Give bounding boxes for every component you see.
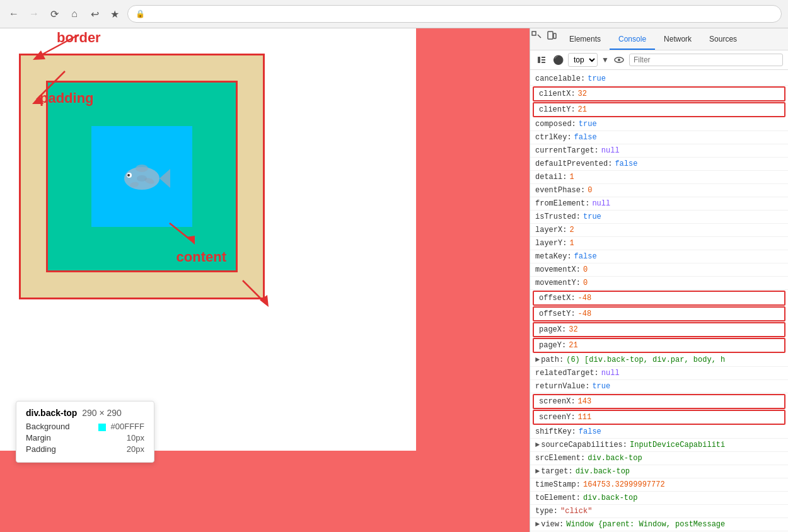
border-label: border <box>57 30 101 46</box>
tooltip-box: div.back-top 290 × 290 Background #00FFF… <box>16 401 154 463</box>
clear-console-button[interactable]: ⚫ <box>552 54 564 66</box>
console-row[interactable]: metaKey:false <box>530 250 788 263</box>
svg-marker-13 <box>186 236 195 245</box>
browser-content: border padding <box>0 28 788 532</box>
console-row[interactable]: ►sourceCapabilities:InputDeviceCapabilit… <box>530 439 788 452</box>
console-row[interactable]: eventPhase:0 <box>530 184 788 197</box>
bottom-right-arrow-svg <box>240 277 271 309</box>
svg-marker-5 <box>159 169 170 188</box>
device-toolbar-button[interactable] <box>545 30 558 42</box>
console-row[interactable]: srcElement:div.back-top <box>530 452 788 465</box>
star-button[interactable]: ★ <box>107 6 122 21</box>
console-row[interactable]: timeStamp:164753.32999997772 <box>530 478 788 492</box>
svg-point-11 <box>137 175 147 182</box>
devtools-toolbar: ⚫ top ▼ <box>530 50 788 70</box>
console-row[interactable]: composed:true <box>530 118 788 131</box>
console-row[interactable]: cancelable:true <box>530 72 788 86</box>
forward-button[interactable]: → <box>26 6 42 21</box>
console-row[interactable]: clientX:32 <box>533 86 785 101</box>
console-row[interactable]: pageY:21 <box>533 338 785 353</box>
tooltip-padding-row: Padding 20px <box>26 444 144 454</box>
tab-console[interactable]: Console <box>610 30 655 50</box>
home-button[interactable]: ⌂ <box>67 6 82 21</box>
fish-image <box>110 153 173 200</box>
console-row[interactable]: pageX:32 <box>533 322 785 337</box>
console-row[interactable]: fromElement:null <box>530 197 788 211</box>
svg-point-25 <box>618 59 620 61</box>
console-row[interactable]: ►view:Window {parent: Window, postMessag… <box>530 518 788 531</box>
svg-marker-15 <box>260 295 269 307</box>
console-row[interactable]: screenX:143 <box>533 394 785 409</box>
tab-elements[interactable]: Elements <box>560 30 610 50</box>
filter-input[interactable] <box>629 54 783 66</box>
browser-toolbar: ← → ⟳ ⌂ ↩ ★ 🔒 127.0.0.1:5500/test/test.h… <box>0 0 788 28</box>
page-area: border padding <box>0 28 530 532</box>
tooltip-margin-row: Margin 10px <box>26 433 144 442</box>
tab-sources[interactable]: Sources <box>700 30 746 50</box>
console-row[interactable]: movementY:0 <box>530 277 788 290</box>
back-button[interactable]: ← <box>6 6 21 21</box>
tooltip-background-row: Background #00FFFF <box>26 422 144 431</box>
color-swatch <box>98 424 106 431</box>
browser-chrome: ← → ⟳ ⌂ ↩ ★ 🔒 127.0.0.1:5500/test/test.h… <box>0 0 788 28</box>
console-row[interactable]: ctrlKey:false <box>530 131 788 144</box>
devtools-tabs: Elements Console Network Sources <box>530 28 788 50</box>
back-button2[interactable]: ↩ <box>87 6 102 21</box>
console-row[interactable]: clientY:21 <box>533 102 785 117</box>
svg-rect-21 <box>542 57 545 58</box>
svg-rect-18 <box>548 32 553 39</box>
console-row[interactable]: currentTarget:null <box>530 144 788 158</box>
console-row[interactable]: ►target:div.back-top <box>530 465 788 478</box>
console-row[interactable]: shiftKey:false <box>530 425 788 439</box>
console-row[interactable]: offsetY:-48 <box>533 306 785 321</box>
content-label: content <box>177 249 226 265</box>
address-bar[interactable]: 🔒 127.0.0.1:5500/test/test.html <box>127 5 782 23</box>
console-row[interactable]: type:"click" <box>530 505 788 518</box>
console-row[interactable]: screenY:111 <box>533 410 785 425</box>
svg-marker-1 <box>33 50 45 60</box>
svg-rect-16 <box>532 32 536 35</box>
devtools-panel: Elements Console Network Sources ⚫ top ▼ <box>530 28 788 532</box>
console-row[interactable]: layerX:2 <box>530 224 788 237</box>
svg-rect-23 <box>542 62 545 63</box>
content-box <box>91 126 192 227</box>
inspect-element-button[interactable] <box>530 30 543 42</box>
console-row[interactable]: returnValue:true <box>530 380 788 393</box>
svg-rect-22 <box>542 59 545 61</box>
svg-point-8 <box>136 165 148 172</box>
eye-button[interactable] <box>613 54 625 66</box>
svg-rect-19 <box>553 33 556 38</box>
border-box: padding <box>19 54 265 299</box>
svg-point-7 <box>127 174 130 176</box>
tooltip-title: div.back-top 290 × 290 <box>26 408 144 418</box>
svg-rect-20 <box>538 57 540 63</box>
context-select[interactable]: top <box>568 53 598 67</box>
console-row[interactable]: detail:1 <box>530 171 788 184</box>
tab-network[interactable]: Network <box>655 30 700 50</box>
padding-label: padding <box>40 90 94 107</box>
svg-line-17 <box>538 35 541 38</box>
console-row[interactable]: defaultPrevented:false <box>530 158 788 171</box>
console-row[interactable]: movementX:0 <box>530 263 788 277</box>
console-row[interactable]: layerY:1 <box>530 237 788 250</box>
content-arrow-svg <box>163 217 201 248</box>
console-row[interactable]: ►path:(6) [div.back-top, div.par, body, … <box>530 354 788 367</box>
lock-icon: 🔒 <box>136 9 145 18</box>
console-sidebar-button[interactable] <box>535 54 548 66</box>
console-output[interactable]: cancelable:trueclientX:32clientY:21compo… <box>530 70 788 532</box>
demo-container: border padding <box>19 54 265 299</box>
reload-button[interactable]: ⟳ <box>47 6 62 21</box>
url-input[interactable]: 127.0.0.1:5500/test/test.html <box>149 9 774 19</box>
console-row[interactable]: isTrusted:true <box>530 211 788 224</box>
console-row[interactable]: toElement:div.back-top <box>530 492 788 505</box>
console-row[interactable]: offsetX:-48 <box>533 291 785 306</box>
console-row[interactable]: relatedTarget:null <box>530 367 788 380</box>
